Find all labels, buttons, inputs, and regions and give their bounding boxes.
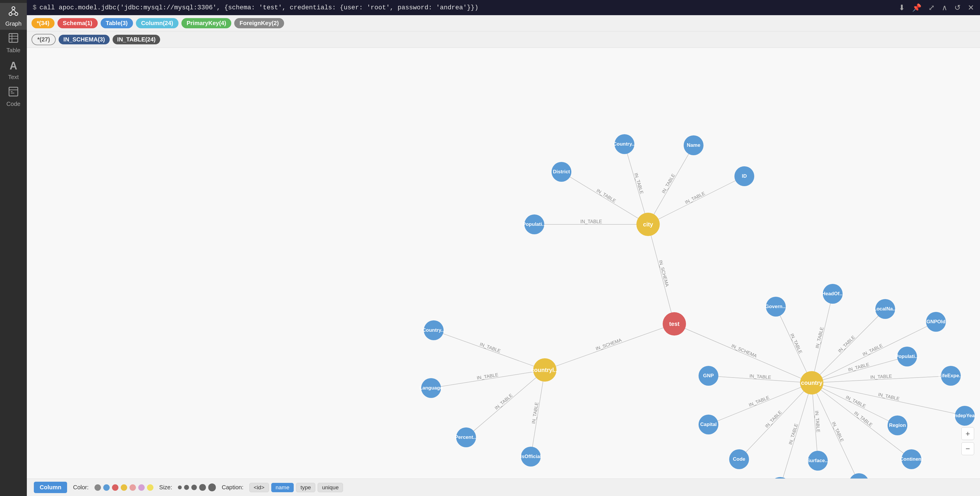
pin-button[interactable]: 📌	[912, 3, 921, 12]
color-swatch[interactable]	[147, 484, 153, 491]
svg-text:IN_TABLE: IN_TABLE	[476, 372, 498, 381]
close-button[interactable]: ✕	[968, 3, 974, 12]
size-swatch[interactable]	[178, 485, 182, 489]
node-test[interactable]: test	[663, 312, 686, 335]
size-swatch[interactable]	[184, 485, 189, 490]
caption-option-type[interactable]: type	[296, 483, 315, 492]
collapse-button[interactable]: ∧	[942, 3, 947, 12]
svg-text:IN_TABLE: IN_TABLE	[815, 327, 825, 349]
svg-line-14	[624, 144, 648, 224]
node-Name_country[interactable]: Name	[849, 473, 869, 478]
color-swatch[interactable]	[121, 484, 127, 491]
svg-line-46	[812, 383, 818, 460]
color-swatch[interactable]	[94, 484, 101, 491]
node-LifeExpectancy[interactable]: LifeExpe...	[941, 366, 961, 386]
column-filter-button[interactable]: Column	[34, 482, 67, 493]
svg-text:IN_TABLE: IN_TABLE	[494, 393, 514, 411]
tag-table[interactable]: Table(3)	[100, 18, 133, 28]
node-Code[interactable]: Code	[729, 449, 749, 469]
color-swatch[interactable]	[112, 484, 118, 491]
expand-button[interactable]: ⤢	[928, 3, 935, 12]
caption-option-unique[interactable]: unique	[318, 483, 343, 492]
svg-text:IN_TABLE: IN_TABLE	[870, 373, 892, 380]
node-IsOfficial[interactable]: IsOfficial	[521, 447, 541, 467]
node-country[interactable]: country	[800, 371, 823, 394]
size-swatch[interactable]	[208, 483, 216, 491]
svg-text:IN_TABLE: IN_TABLE	[837, 335, 856, 354]
tag-inschema[interactable]: IN_SCHEMA(3)	[59, 35, 110, 45]
svg-line-16	[648, 145, 694, 224]
node-Region[interactable]: Region	[888, 415, 907, 435]
svg-line-3	[11, 10, 13, 13]
tags-row-2: *(27) IN_SCHEMA(3) IN_TABLE(24)	[27, 32, 980, 48]
sidebar: Graph Table A Text Code	[0, 0, 27, 496]
node-countrylanguage[interactable]: countryl...	[533, 358, 557, 382]
color-swatch[interactable]	[138, 484, 145, 491]
sidebar-item-graph[interactable]: Graph	[0, 3, 27, 30]
query-bar: $ call apoc.model.jdbc('jdbc:mysql://mys…	[27, 0, 980, 15]
node-Code2[interactable]: Code2	[770, 477, 790, 478]
node-IndepYear[interactable]: IndepYear	[955, 406, 975, 426]
svg-text:IN_SCHEMA: IN_SCHEMA	[595, 337, 622, 351]
svg-line-32	[431, 370, 545, 388]
tag-all[interactable]: *(34)	[32, 18, 54, 28]
sidebar-item-table[interactable]: Table	[0, 30, 27, 57]
svg-line-58	[812, 357, 907, 383]
sidebar-item-text[interactable]: A Text	[0, 57, 27, 83]
node-Language[interactable]: Language	[421, 378, 441, 398]
node-Population_city[interactable]: Populati...	[524, 214, 544, 234]
node-Continent[interactable]: Continent	[902, 449, 921, 469]
node-SurfaceArea[interactable]: Surface...	[808, 451, 828, 470]
zoom-in-button[interactable]: +	[961, 427, 974, 440]
svg-line-18	[562, 172, 648, 224]
tags-row-1: *(34) Schema(1) Table(3) Column(24) Prim…	[27, 15, 980, 32]
caption-option-id[interactable]: <id>	[250, 483, 269, 492]
node-CountryCode_cl[interactable]: Country...	[424, 321, 444, 340]
svg-text:IN_TABLE: IN_TABLE	[845, 394, 867, 409]
svg-text:IN_TABLE: IN_TABLE	[596, 188, 617, 204]
node-city[interactable]: city	[636, 213, 660, 236]
tag-schema[interactable]: Schema(1)	[57, 18, 97, 28]
node-LocalName[interactable]: LocalNa...	[875, 299, 895, 319]
node-GNP[interactable]: GNP	[698, 366, 718, 386]
svg-text:IN_TABLE: IN_TABLE	[788, 423, 799, 445]
color-swatch[interactable]	[129, 484, 136, 491]
svg-line-40	[708, 383, 812, 424]
node-GNPOld[interactable]: GNPOld	[926, 312, 946, 332]
sidebar-item-code[interactable]: Code	[0, 83, 27, 110]
graph-canvas[interactable]: IN_TABLEIN_TABLEIN_TABLEIN_TABLEIN_TABLE…	[27, 48, 980, 478]
node-CountryCode_city[interactable]: Country...	[614, 134, 635, 154]
node-Percentage[interactable]: Percent...	[456, 427, 476, 447]
svg-rect-6	[9, 33, 18, 42]
node-Name_city[interactable]: Name	[684, 136, 703, 155]
node-Capital[interactable]: Capital	[698, 415, 718, 434]
node-Population_country[interactable]: Populati...	[897, 347, 917, 367]
caption-options: <id>nametypeunique	[250, 483, 343, 492]
node-HeadOfState[interactable]: HeadOf...	[823, 284, 843, 304]
color-swatch[interactable]	[103, 484, 110, 491]
tag-intable[interactable]: IN_TABLE(24)	[113, 35, 161, 45]
download-button[interactable]: ⬇	[899, 3, 905, 12]
tag-all27[interactable]: *(27)	[32, 34, 56, 45]
query-toolbar: ⬇ 📌 ⤢ ∧ ↺ ✕	[899, 3, 974, 12]
tag-column[interactable]: Column(24)	[136, 18, 178, 28]
svg-line-52	[812, 383, 965, 415]
node-GovernmentForm[interactable]: Govern...	[766, 297, 786, 317]
bottom-bar: Column Color: Size: Caption: <id>nametyp…	[27, 478, 980, 496]
svg-text:IN_TABLE: IN_TABLE	[581, 219, 602, 224]
size-swatch[interactable]	[191, 485, 197, 490]
tag-foreignkey[interactable]: ForeignKey(2)	[234, 18, 284, 28]
svg-line-26	[545, 324, 675, 370]
node-ID[interactable]: ID	[734, 166, 754, 186]
zoom-out-button[interactable]: −	[961, 442, 974, 455]
refresh-button[interactable]: ↺	[955, 3, 961, 12]
node-District[interactable]: District	[552, 162, 571, 182]
query-text: call apoc.model.jdbc('jdbc:mysql://mysql…	[40, 4, 478, 11]
main-panel: $ call apoc.model.jdbc('jdbc:mysql://mys…	[27, 0, 980, 496]
tag-primarykey[interactable]: PrimaryKey(4)	[181, 18, 232, 28]
caption-option-name[interactable]: name	[271, 483, 294, 492]
svg-line-36	[531, 370, 545, 457]
svg-text:IN_TABLE: IN_TABLE	[479, 342, 501, 354]
svg-text:IN_TABLE: IN_TABLE	[633, 172, 644, 195]
size-swatch[interactable]	[199, 484, 205, 490]
